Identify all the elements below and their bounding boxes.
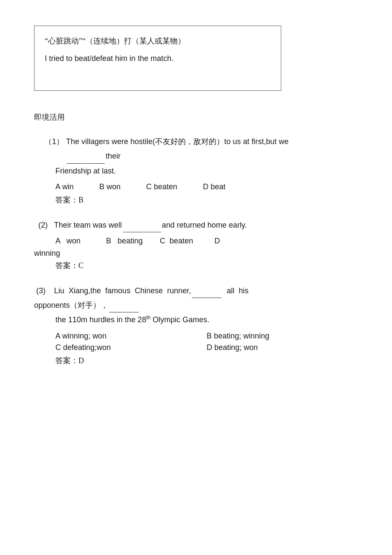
q1-after-blank: their bbox=[106, 152, 121, 160]
q1-number: （1） bbox=[44, 137, 64, 146]
definition-line2: I tried to beat/defeat him in the match. bbox=[45, 52, 271, 65]
q2-after-blank: and returned home early. bbox=[162, 221, 247, 229]
q3-option-b: B beating; winning bbox=[207, 332, 358, 341]
q2-text: (2) Their team was welland returned home… bbox=[38, 218, 358, 232]
q2-answer: 答案：C bbox=[55, 260, 358, 271]
q2-options-row1: A won B beating C beaten D bbox=[55, 237, 358, 246]
question-2: (2) Their team was welland returned home… bbox=[34, 218, 358, 271]
q1-before-blank: The villagers were hostile(不友好的，敌对的）to u… bbox=[66, 137, 288, 146]
q1-option-d: D beat bbox=[203, 182, 225, 191]
q2-option-b: B beating bbox=[106, 237, 143, 246]
question-1: （1） The villagers were hostile(不友好的，敌对的）… bbox=[34, 134, 358, 205]
q1-option-a: A win bbox=[55, 182, 74, 191]
q3-opponents: opponents（对手）， bbox=[34, 301, 108, 309]
definition-line1: “心脏跳动”“（连续地）打（某人或某物） bbox=[45, 35, 271, 48]
q2-option-a: A won bbox=[55, 237, 81, 246]
q1-continuation: Friendship at last. bbox=[55, 164, 358, 178]
q3-sup: th bbox=[146, 315, 150, 321]
q1-option-c: C beaten bbox=[146, 182, 177, 191]
q3-option-a: A winning; won bbox=[55, 332, 207, 341]
q3-number: (3) bbox=[34, 286, 54, 295]
q1-options: A win B won C beaten D beat bbox=[55, 182, 358, 191]
q2-option-c: C beaten bbox=[160, 237, 193, 246]
q3-part1: Liu Xiang,the famous Chinese runner, bbox=[54, 286, 191, 295]
q1-answer: 答案：B bbox=[55, 195, 358, 205]
section-title: 即境活用 bbox=[34, 112, 358, 122]
q3-option-c: C defeating;won bbox=[55, 343, 207, 352]
q3-options: A winning; won B beating; winning C defe… bbox=[55, 332, 358, 352]
definition-box: “心脏跳动”“（连续地）打（某人或某物） I tried to beat/def… bbox=[34, 26, 281, 91]
q2-blank bbox=[123, 232, 161, 232]
q3-text-line1: (3) Liu Xiang,the famous Chinese runner,… bbox=[34, 283, 358, 298]
q2-before-blank: Their team was well bbox=[54, 221, 122, 229]
q3-answer: 答案：D bbox=[55, 356, 358, 366]
q3-blank1 bbox=[192, 298, 222, 298]
q2-winning: winning bbox=[34, 249, 358, 258]
q1-option-b: B won bbox=[99, 182, 121, 191]
question-3: (3) Liu Xiang,the famous Chinese runner,… bbox=[34, 283, 358, 366]
q3-text-line2: opponents（对手）， bbox=[34, 298, 358, 312]
q3-option-d: D beating; won bbox=[207, 343, 358, 352]
q2-number: (2) bbox=[38, 221, 52, 229]
q3-continuation: the 110m hurdles in the 28th Olympic Gam… bbox=[55, 312, 358, 327]
q1-blank-line: their bbox=[44, 149, 358, 163]
q1-text: （1） The villagers were hostile(不友好的，敌对的）… bbox=[44, 134, 358, 149]
q2-option-d: D bbox=[214, 237, 220, 246]
q3-part2: all his bbox=[222, 286, 248, 295]
